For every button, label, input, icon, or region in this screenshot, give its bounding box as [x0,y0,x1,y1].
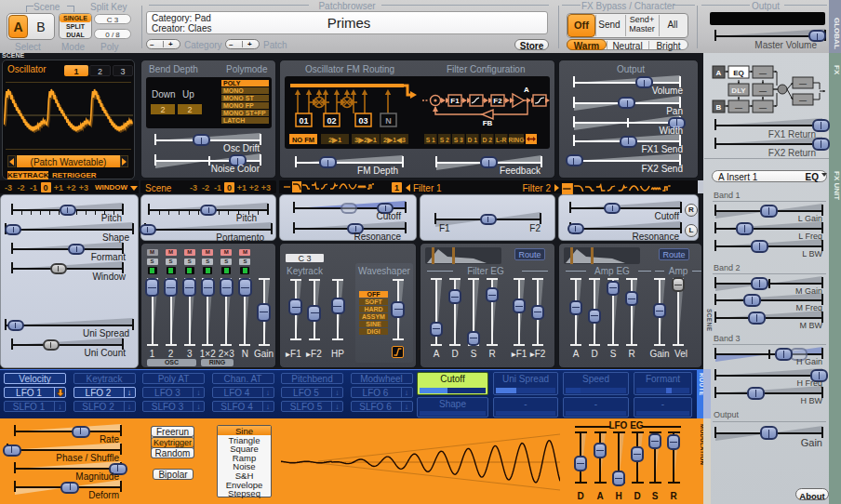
svg-text:D 1: D 1 [467,137,477,143]
svg-text:B: B [716,103,722,112]
svg-text:2▶1◀3: 2▶1◀3 [383,136,406,144]
svg-text:—: — [799,96,807,104]
svg-text:2▶1: 2▶1 [328,136,341,144]
svg-text:S 3: S 3 [454,137,463,143]
svg-text:DLY: DLY [731,86,746,95]
svg-text:—: — [799,79,807,87]
svg-text:F1: F1 [450,97,460,105]
svg-text:A: A [524,86,529,94]
svg-text:—: — [759,69,767,77]
svg-text:D 2: D 2 [482,137,492,143]
svg-text:S 1: S 1 [426,137,435,143]
svg-text:02: 02 [327,116,336,126]
svg-text:S 2: S 2 [440,137,449,143]
svg-text:EQ: EQ [733,69,744,77]
svg-text:FB: FB [483,119,493,127]
svg-text:N: N [385,116,392,126]
svg-text:3▶2▶1: 3▶2▶1 [354,136,377,144]
svg-text:03: 03 [358,116,367,126]
svg-text:01: 01 [299,116,308,126]
svg-text:NO FM: NO FM [292,136,314,144]
svg-text:RING: RING [509,137,525,143]
svg-text:—: — [735,103,742,112]
svg-text:L-R: L-R [496,137,506,143]
svg-text:—: — [759,86,767,95]
svg-text:F2: F2 [493,97,502,105]
svg-text:A: A [716,69,722,77]
svg-text:—: — [759,103,767,112]
